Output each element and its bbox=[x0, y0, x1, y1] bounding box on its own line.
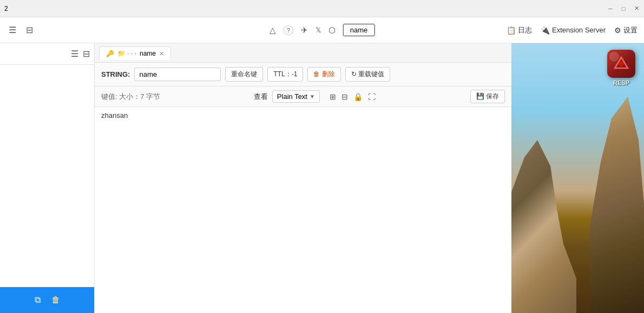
tab-label: 📁 · · · bbox=[117, 50, 136, 57]
view-label: 查看 bbox=[254, 92, 268, 102]
extension-server-label: Extension Server bbox=[552, 26, 606, 34]
minimize-button[interactable]: ─ bbox=[607, 5, 614, 12]
title-bar-text: 2 bbox=[4, 5, 8, 12]
reload-button[interactable]: ↻ 重载键值 bbox=[345, 67, 390, 82]
toolbar-center: △ ? ✈ 𝕏 ⬡ name bbox=[270, 24, 375, 36]
key-row: STRING: 重命名键 TTL：-1 🗑 删除 ↻ 重载键值 bbox=[95, 63, 511, 86]
svg-point-1 bbox=[619, 61, 624, 66]
type-label: STRING: bbox=[101, 70, 130, 78]
telegram-icon[interactable]: ✈ bbox=[301, 25, 308, 35]
value-icons: ⊞ ⊟ 🔒 ⛶ bbox=[328, 91, 377, 102]
save-button[interactable]: 💾 保存 bbox=[470, 90, 505, 103]
toolbar-left: ☰ ⊟ bbox=[6, 23, 35, 37]
sidebar: ☰ ⊟ ⧉ 🗑 bbox=[0, 43, 95, 313]
sidebar-copy-icon[interactable]: ⧉ bbox=[35, 295, 41, 305]
resp-app-icon[interactable]: RESP bbox=[607, 50, 635, 86]
log-icon: 📋 bbox=[507, 26, 516, 35]
title-bar: 2 ─ □ ✕ bbox=[0, 0, 644, 17]
help-icon[interactable]: ? bbox=[284, 25, 293, 35]
toolbar-right: 📋 日志 🔌 Extension Server ⚙ 设置 bbox=[507, 25, 638, 35]
app-icon-image bbox=[607, 50, 635, 78]
settings-menu-item[interactable]: ⚙ 设置 bbox=[614, 25, 638, 35]
maximize-button[interactable]: □ bbox=[620, 5, 627, 12]
cliff-left bbox=[511, 140, 576, 313]
ttl-button[interactable]: TTL：-1 bbox=[267, 67, 303, 82]
desktop-area: RESP bbox=[511, 43, 644, 313]
hamburger-icon[interactable]: ☰ bbox=[6, 23, 18, 37]
delete-button[interactable]: 🗑 删除 bbox=[307, 67, 340, 82]
value-editor[interactable]: zhansan bbox=[95, 107, 511, 313]
key-input[interactable] bbox=[134, 68, 221, 81]
value-text: zhansan bbox=[101, 111, 128, 119]
content-area: 🔑 📁 · · · name ✕ STRING: 重命名键 TTL：-1 🗑 删… bbox=[95, 43, 511, 313]
extension-server-menu-item[interactable]: 🔌 Extension Server bbox=[541, 26, 606, 35]
tab-item[interactable]: 🔑 📁 · · · name ✕ bbox=[99, 46, 171, 60]
sidebar-list-icon[interactable]: ☰ bbox=[71, 49, 78, 59]
log-menu-item[interactable]: 📋 日志 bbox=[507, 25, 532, 35]
format-label: Plain Text bbox=[277, 92, 307, 101]
settings-label: 设置 bbox=[623, 25, 638, 35]
warning-icon[interactable]: △ bbox=[270, 25, 276, 35]
sidebar-content bbox=[0, 65, 94, 287]
tab-name-text: name bbox=[140, 50, 156, 57]
key-hint: 键值: 大小：7 字节 bbox=[101, 92, 160, 102]
app-icon-label: RESP bbox=[613, 79, 629, 86]
tab-bar: 🔑 📁 · · · name ✕ bbox=[95, 43, 511, 63]
resp-logo-svg bbox=[614, 56, 629, 71]
layout-icon[interactable]: ⊟ bbox=[24, 23, 35, 37]
sidebar-footer: ⧉ 🗑 bbox=[0, 287, 94, 313]
rename-button[interactable]: 重命名键 bbox=[225, 67, 263, 82]
fullscreen-icon[interactable]: ⛶ bbox=[367, 91, 377, 102]
github-icon[interactable]: ⬡ bbox=[328, 25, 336, 35]
toolbar-tab[interactable]: name bbox=[343, 24, 375, 36]
lock-icon[interactable]: 🔒 bbox=[352, 91, 364, 102]
main-layout: ☰ ⊟ ⧉ 🗑 🔑 📁 · · · name ✕ STRING: 重命名键 TT… bbox=[0, 43, 644, 313]
expand-view-icon[interactable]: ⊟ bbox=[340, 91, 349, 102]
chevron-down-icon: ▼ bbox=[310, 94, 315, 99]
tab-close-button[interactable]: ✕ bbox=[159, 50, 164, 57]
extension-server-icon: 🔌 bbox=[541, 26, 550, 35]
close-button[interactable]: ✕ bbox=[633, 5, 640, 12]
sidebar-layout-icon[interactable]: ⊟ bbox=[83, 49, 90, 59]
cliff-right bbox=[590, 97, 644, 313]
twitter-icon[interactable]: 𝕏 bbox=[316, 26, 321, 34]
sidebar-header: ☰ ⊟ bbox=[0, 43, 94, 65]
toolbar: ☰ ⊟ △ ? ✈ 𝕏 ⬡ name 📋 日志 🔌 Extension Serv… bbox=[0, 17, 644, 43]
window-controls: ─ □ ✕ bbox=[607, 5, 640, 12]
settings-icon: ⚙ bbox=[614, 26, 621, 35]
format-selector[interactable]: Plain Text ▼ bbox=[272, 90, 320, 103]
sidebar-delete-icon[interactable]: 🗑 bbox=[51, 295, 60, 305]
log-label: 日志 bbox=[518, 25, 532, 35]
value-row: 键值: 大小：7 字节 查看 Plain Text ▼ ⊞ ⊟ 🔒 ⛶ 💾 保存 bbox=[95, 86, 511, 107]
grid-view-icon[interactable]: ⊞ bbox=[328, 91, 337, 102]
key-tab-icon: 🔑 bbox=[106, 50, 114, 57]
